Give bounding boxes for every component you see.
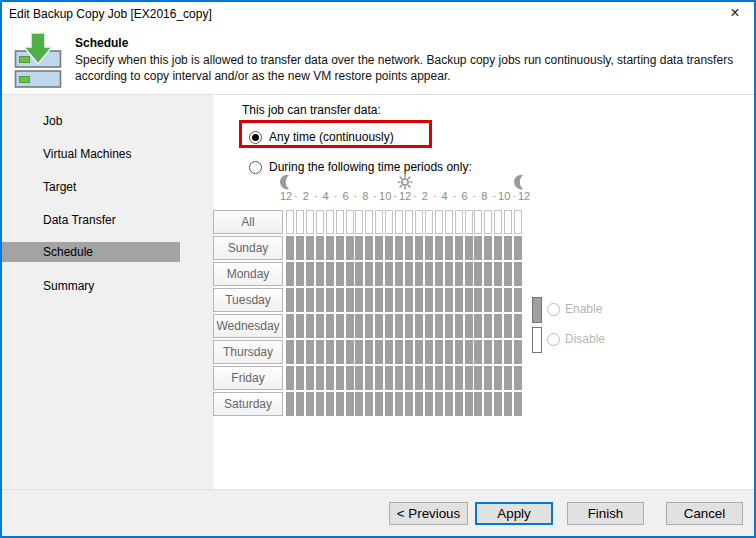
- schedule-cell[interactable]: [306, 262, 314, 286]
- schedule-cell[interactable]: [415, 314, 423, 338]
- schedule-cell[interactable]: [326, 262, 334, 286]
- schedule-cell[interactable]: [375, 210, 383, 234]
- schedule-cell[interactable]: [445, 340, 453, 364]
- schedule-cell[interactable]: [484, 288, 492, 312]
- schedule-cell[interactable]: [504, 210, 512, 234]
- schedule-cell[interactable]: [296, 366, 304, 390]
- day-button-saturday[interactable]: Saturday: [213, 392, 283, 416]
- schedule-cell[interactable]: [355, 210, 363, 234]
- day-button-all[interactable]: All: [213, 210, 283, 234]
- schedule-cell[interactable]: [296, 236, 304, 260]
- schedule-cell[interactable]: [455, 392, 463, 416]
- schedule-cell[interactable]: [405, 262, 413, 286]
- schedule-cell[interactable]: [455, 236, 463, 260]
- schedule-cell[interactable]: [296, 314, 304, 338]
- schedule-cell[interactable]: [465, 262, 473, 286]
- schedule-cell[interactable]: [514, 236, 522, 260]
- schedule-cell[interactable]: [306, 288, 314, 312]
- schedule-cell[interactable]: [395, 392, 403, 416]
- schedule-cell[interactable]: [296, 210, 304, 234]
- schedule-cell[interactable]: [365, 340, 373, 364]
- schedule-cell[interactable]: [415, 210, 423, 234]
- schedule-cell[interactable]: [375, 314, 383, 338]
- schedule-cell[interactable]: [504, 340, 512, 364]
- schedule-cell[interactable]: [435, 392, 443, 416]
- schedule-cell[interactable]: [306, 340, 314, 364]
- schedule-cell[interactable]: [514, 210, 522, 234]
- day-button-wednesday[interactable]: Wednesday: [213, 314, 283, 338]
- schedule-cell[interactable]: [395, 288, 403, 312]
- schedule-cell[interactable]: [346, 288, 354, 312]
- schedule-cell[interactable]: [504, 288, 512, 312]
- schedule-cell[interactable]: [326, 340, 334, 364]
- cancel-button[interactable]: Cancel: [666, 502, 743, 525]
- schedule-cell[interactable]: [484, 314, 492, 338]
- schedule-cell[interactable]: [336, 210, 344, 234]
- schedule-cell[interactable]: [375, 262, 383, 286]
- schedule-cell[interactable]: [405, 314, 413, 338]
- time-periods-radio[interactable]: [249, 161, 262, 174]
- sidebar-item-target[interactable]: Target: [2, 177, 213, 197]
- day-button-thursday[interactable]: Thursday: [213, 340, 283, 364]
- schedule-cell[interactable]: [484, 392, 492, 416]
- schedule-cell[interactable]: [474, 392, 482, 416]
- schedule-cell[interactable]: [365, 314, 373, 338]
- previous-button[interactable]: < Previous: [389, 502, 468, 525]
- schedule-cell[interactable]: [395, 236, 403, 260]
- schedule-cell[interactable]: [375, 236, 383, 260]
- schedule-cell[interactable]: [445, 392, 453, 416]
- schedule-cell[interactable]: [405, 340, 413, 364]
- schedule-cell[interactable]: [375, 288, 383, 312]
- schedule-cell[interactable]: [316, 210, 324, 234]
- schedule-cell[interactable]: [355, 236, 363, 260]
- schedule-cell[interactable]: [494, 392, 502, 416]
- schedule-cell[interactable]: [455, 340, 463, 364]
- schedule-cell[interactable]: [445, 236, 453, 260]
- schedule-cell[interactable]: [425, 210, 433, 234]
- schedule-cell[interactable]: [405, 366, 413, 390]
- schedule-cell[interactable]: [405, 392, 413, 416]
- schedule-cell[interactable]: [474, 210, 482, 234]
- schedule-cell[interactable]: [326, 210, 334, 234]
- schedule-cell[interactable]: [395, 340, 403, 364]
- close-icon[interactable]: ×: [724, 3, 746, 23]
- disable-radio[interactable]: [547, 333, 560, 346]
- schedule-cell[interactable]: [395, 366, 403, 390]
- schedule-cell[interactable]: [355, 262, 363, 286]
- apply-button[interactable]: Apply: [475, 502, 553, 525]
- schedule-cell[interactable]: [385, 262, 393, 286]
- schedule-cell[interactable]: [355, 366, 363, 390]
- schedule-cell[interactable]: [484, 262, 492, 286]
- schedule-cell[interactable]: [445, 210, 453, 234]
- schedule-cell[interactable]: [395, 314, 403, 338]
- day-button-friday[interactable]: Friday: [213, 366, 283, 390]
- schedule-cell[interactable]: [355, 392, 363, 416]
- schedule-cell[interactable]: [306, 236, 314, 260]
- schedule-cell[interactable]: [286, 340, 294, 364]
- schedule-cell[interactable]: [385, 288, 393, 312]
- schedule-cell[interactable]: [365, 366, 373, 390]
- schedule-cell[interactable]: [385, 340, 393, 364]
- day-button-tuesday[interactable]: Tuesday: [213, 288, 283, 312]
- schedule-cell[interactable]: [465, 210, 473, 234]
- finish-button[interactable]: Finish: [567, 502, 644, 525]
- schedule-cell[interactable]: [514, 340, 522, 364]
- schedule-cell[interactable]: [326, 288, 334, 312]
- schedule-cell[interactable]: [445, 366, 453, 390]
- schedule-cell[interactable]: [484, 366, 492, 390]
- sidebar-item-schedule[interactable]: Schedule: [2, 242, 180, 262]
- schedule-cell[interactable]: [355, 288, 363, 312]
- schedule-cell[interactable]: [286, 392, 294, 416]
- schedule-cell[interactable]: [435, 288, 443, 312]
- schedule-cell[interactable]: [514, 366, 522, 390]
- schedule-cell[interactable]: [425, 366, 433, 390]
- schedule-cell[interactable]: [365, 288, 373, 312]
- schedule-cell[interactable]: [326, 392, 334, 416]
- schedule-cell[interactable]: [425, 340, 433, 364]
- schedule-cell[interactable]: [316, 392, 324, 416]
- schedule-cell[interactable]: [316, 366, 324, 390]
- schedule-cell[interactable]: [415, 366, 423, 390]
- schedule-cell[interactable]: [336, 314, 344, 338]
- day-button-monday[interactable]: Monday: [213, 262, 283, 286]
- schedule-cell[interactable]: [346, 340, 354, 364]
